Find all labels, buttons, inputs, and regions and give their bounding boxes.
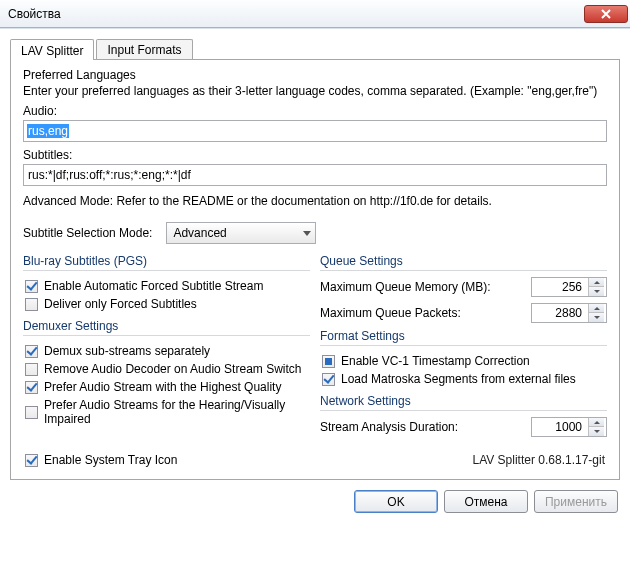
advanced-mode-note: Advanced Mode: Refer to the README or th… bbox=[23, 194, 607, 208]
chk-demux-separately[interactable]: Demux sub-streams separately bbox=[23, 342, 310, 360]
chk-prefer-impaired[interactable]: Prefer Audio Streams for the Hearing/Vis… bbox=[23, 396, 310, 428]
titlebar: Свойства bbox=[0, 0, 630, 28]
close-button[interactable] bbox=[584, 5, 628, 23]
checkbox-icon bbox=[25, 406, 38, 419]
format-caption: Format Settings bbox=[320, 329, 607, 343]
checkbox-icon bbox=[322, 355, 335, 368]
tab-lav-splitter[interactable]: LAV Splitter bbox=[10, 39, 94, 60]
subtitles-label: Subtitles: bbox=[23, 148, 607, 162]
demuxer-caption: Demuxer Settings bbox=[23, 319, 310, 333]
spin-up-icon[interactable] bbox=[589, 278, 604, 287]
spin-up-icon[interactable] bbox=[589, 304, 604, 313]
analysis-input[interactable] bbox=[532, 418, 588, 436]
checkbox-icon bbox=[25, 381, 38, 394]
checkbox-icon bbox=[25, 280, 38, 293]
queue-mem-input[interactable] bbox=[532, 278, 588, 296]
close-icon bbox=[601, 9, 611, 19]
queue-pkt-spinner[interactable] bbox=[531, 303, 607, 323]
checkbox-icon bbox=[25, 363, 38, 376]
preferred-languages-heading: Preferred Languages bbox=[23, 68, 607, 82]
checkbox-icon bbox=[25, 454, 38, 467]
spin-down-icon[interactable] bbox=[589, 427, 604, 436]
spin-up-icon[interactable] bbox=[589, 418, 604, 427]
subtitle-mode-select[interactable]: Advanced bbox=[166, 222, 316, 244]
queue-pkt-input[interactable] bbox=[532, 304, 588, 322]
preferred-languages-desc: Enter your preferred languages as their … bbox=[23, 84, 607, 98]
cancel-button[interactable]: Отмена bbox=[444, 490, 528, 513]
chk-prefer-hq[interactable]: Prefer Audio Stream with the Highest Qua… bbox=[23, 378, 310, 396]
window-title: Свойства bbox=[8, 7, 584, 21]
audio-input[interactable]: rus,eng bbox=[23, 120, 607, 142]
spin-down-icon[interactable] bbox=[589, 313, 604, 322]
version-label: LAV Splitter 0.68.1.17-git bbox=[472, 453, 605, 467]
checkbox-icon bbox=[25, 345, 38, 358]
analysis-spinner[interactable] bbox=[531, 417, 607, 437]
queue-mem-label: Maximum Queue Memory (MB): bbox=[320, 280, 491, 294]
network-caption: Network Settings bbox=[320, 394, 607, 408]
chk-tray-icon[interactable]: Enable System Tray Icon bbox=[25, 451, 179, 469]
chk-deliver-forced[interactable]: Deliver only Forced Subtitles bbox=[23, 295, 310, 313]
chk-remove-decoder[interactable]: Remove Audio Decoder on Audio Stream Swi… bbox=[23, 360, 310, 378]
subtitle-mode-value: Advanced bbox=[173, 226, 226, 240]
chk-auto-forced[interactable]: Enable Automatic Forced Subtitle Stream bbox=[23, 277, 310, 295]
checkbox-icon bbox=[322, 373, 335, 386]
queue-mem-spinner[interactable] bbox=[531, 277, 607, 297]
tab-panel: Preferred Languages Enter your preferred… bbox=[10, 59, 620, 480]
checkbox-icon bbox=[25, 298, 38, 311]
chk-vc1[interactable]: Enable VC-1 Timestamp Correction bbox=[320, 352, 607, 370]
bluray-caption: Blu-ray Subtitles (PGS) bbox=[23, 254, 310, 268]
queue-caption: Queue Settings bbox=[320, 254, 607, 268]
analysis-label: Stream Analysis Duration: bbox=[320, 420, 458, 434]
subtitle-mode-label: Subtitle Selection Mode: bbox=[23, 226, 152, 240]
tab-input-formats[interactable]: Input Formats bbox=[96, 39, 192, 59]
audio-label: Audio: bbox=[23, 104, 607, 118]
spin-down-icon[interactable] bbox=[589, 287, 604, 296]
ok-button[interactable]: OK bbox=[354, 490, 438, 513]
apply-button[interactable]: Применить bbox=[534, 490, 618, 513]
queue-pkt-label: Maximum Queue Packets: bbox=[320, 306, 461, 320]
subtitles-input[interactable] bbox=[23, 164, 607, 186]
chevron-down-icon bbox=[303, 231, 311, 236]
chk-matroska[interactable]: Load Matroska Segments from external fil… bbox=[320, 370, 607, 388]
